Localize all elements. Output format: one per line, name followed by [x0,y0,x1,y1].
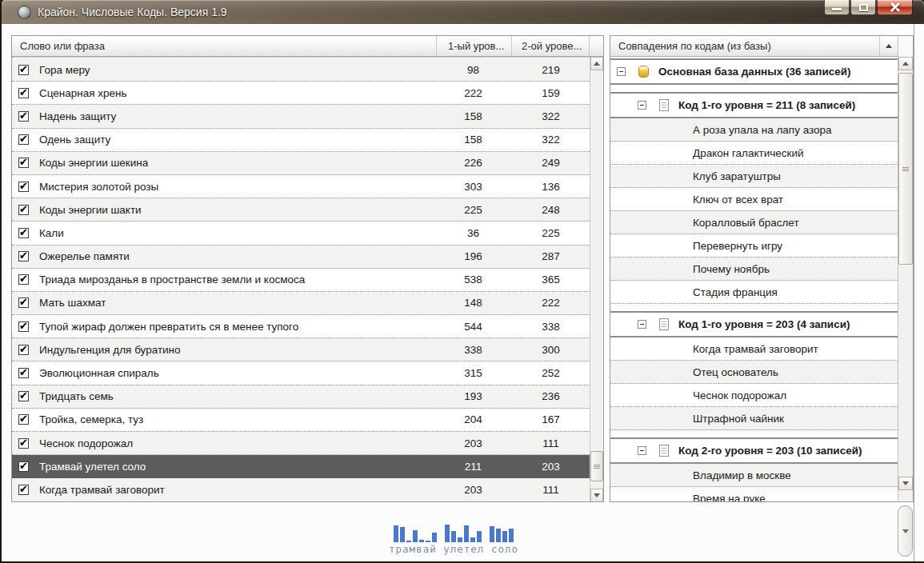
tree-row[interactable]: Время на руке [610,487,898,501]
tree-row[interactable]: Стадия франция [610,281,898,304]
collapse-up-button[interactable] [879,36,898,56]
row-checkbox[interactable] [18,391,29,401]
level2-cell: 136 [512,181,590,193]
maximize-button[interactable] [850,0,876,15]
close-button[interactable] [877,0,913,15]
table-row[interactable]: Коды энергии шакти 225 248 [12,198,590,222]
row-checkbox[interactable] [18,111,29,122]
level1-cell: 315 [434,367,512,379]
row-checkbox[interactable] [18,158,29,168]
row-checkbox[interactable] [18,297,29,308]
table-row[interactable]: Трамвай улетел соло 211 203 [12,455,590,478]
collapse-box-icon[interactable] [638,320,646,329]
tree-row[interactable]: Ключ от всех врат [610,188,898,211]
tree-row[interactable]: Клуб заратуштры [610,165,898,188]
row-checkbox[interactable] [18,485,29,495]
table-scrollbar[interactable] [590,57,603,502]
tree-row[interactable]: Когда трамвай заговорит [610,337,898,361]
row-checkbox[interactable] [18,182,29,192]
table-row[interactable]: Триада мирозданья в пространстве земли и… [12,269,590,292]
tree-row[interactable]: Штрафной чайник [610,407,898,430]
tree-row[interactable]: Код 1-го уровня = 203 (4 записи) [610,311,898,337]
expand-down-button[interactable] [898,505,913,557]
table-row[interactable]: Индульгенция для буратино 338 300 [12,338,590,361]
table-row[interactable]: Одень защиту 158 322 [12,129,590,152]
app-window: Крайон. Числовые Коды. Версия 1.9 Слово … [0,0,924,563]
level2-cell: 167 [512,413,590,425]
row-checkbox[interactable] [18,461,29,472]
level2-cell: 219 [512,64,590,76]
minimize-button[interactable] [824,0,850,15]
row-checkbox[interactable] [18,205,29,215]
table-row[interactable]: Эволюционная спираль 315 252 [12,361,590,385]
phrase-cell: Сценарная хрень [39,87,434,99]
tree-row[interactable]: Коралловый браслет [610,211,898,234]
tree-row[interactable]: Основная база данных (36 записей) [610,58,898,85]
tree-row[interactable]: Отец основатель [610,361,898,384]
table-row[interactable]: Тридцать семь 193 236 [12,385,590,409]
row-checkbox[interactable] [18,438,29,449]
tree-row[interactable]: Владимир в москве [610,464,898,487]
scroll-down-button[interactable] [898,477,913,490]
row-checkbox[interactable] [18,134,29,145]
tree-row[interactable]: Код 1-го уровня = 211 (8 записей) [610,92,898,118]
tree-item-label: Код 1-го уровня = 203 (4 записи) [678,318,850,330]
table-row[interactable]: Коды энергии шекина 226 249 [12,152,590,175]
bar [477,531,482,542]
column-header-phrase[interactable]: Слово или фраза [12,36,437,56]
column-header-level1[interactable]: 1-ый уров... [437,36,512,56]
tree-item-label: Код 1-го уровня = 211 (8 записей) [678,99,855,111]
table-row[interactable]: Мать шахмат 148 222 [12,292,590,315]
row-checkbox[interactable] [18,228,29,238]
table-row[interactable]: Тупой жираф должен превратить ся в менее… [12,315,590,338]
tree-row[interactable]: А роза упала на лапу азора [610,118,898,142]
table-row[interactable]: Ожерелье памяти 196 287 [12,246,590,269]
table-row[interactable]: Мистерия золотой розы 303 136 [12,175,590,198]
row-checkbox[interactable] [18,65,29,75]
row-checkbox[interactable] [18,251,29,262]
table-row[interactable]: Гора меру 98 219 [12,58,590,82]
scroll-thumb[interactable] [590,451,603,481]
phrases-panel: Слово или фраза 1-ый уров... 2-ой урове.… [11,35,604,502]
tree-row[interactable]: Чеснок подорожал [610,384,898,407]
bar-group [445,525,482,542]
titlebar[interactable]: Крайон. Числовые Коды. Версия 1.9 [2,0,924,24]
tree-row[interactable]: Код 2-го уровня = 203 (10 записей) [610,437,898,464]
scroll-down-button[interactable] [590,489,603,502]
table-row[interactable]: Надень защиту 158 322 [12,105,590,128]
tree-row[interactable]: Почему ноябрь [610,258,898,281]
tree-row[interactable]: Перевернуть игру [610,234,898,258]
level1-cell: 538 [434,274,512,285]
matches-panel: Совпадения по кодам (из базы) Основная б… [610,35,914,502]
collapse-box-icon[interactable] [638,446,646,455]
row-checkbox[interactable] [18,368,29,378]
row-checkbox[interactable] [18,88,29,98]
bar [502,531,507,542]
scroll-thumb[interactable] [898,73,913,265]
tree-scrollbar[interactable] [898,57,913,501]
level1-cell: 226 [434,157,512,169]
row-checkbox[interactable] [18,274,29,285]
column-header-level2[interactable]: 2-ой урове... [512,36,590,56]
code-chart: трамвай улетел соло [362,523,546,555]
level2-cell: 300 [512,344,590,356]
row-checkbox[interactable] [18,321,29,332]
row-checkbox[interactable] [18,345,29,355]
level2-cell: 111 [512,484,590,496]
scroll-up-button[interactable] [590,57,603,70]
window-controls [824,0,913,15]
collapse-box-icon[interactable] [617,67,626,76]
triangle-down-icon [902,481,909,485]
row-checkbox[interactable] [18,414,29,425]
table-row[interactable]: Кали 36 225 [12,222,590,245]
scroll-up-button[interactable] [898,57,913,70]
bar-group [394,525,437,542]
table-row[interactable]: Чеснок подорожал 203 111 [12,432,590,455]
phrase-cell: Тупой жираф должен превратить ся в менее… [39,321,434,333]
tree-row[interactable]: Дракон галактический [610,142,898,165]
table-row[interactable]: Когда трамвай заговорит 203 111 [12,478,590,501]
table-row[interactable]: Тройка, семерка, туз 204 167 [12,409,590,432]
collapse-box-icon[interactable] [638,101,646,110]
level1-cell: 544 [434,321,512,333]
table-row[interactable]: Сценарная хрень 222 159 [12,82,590,105]
